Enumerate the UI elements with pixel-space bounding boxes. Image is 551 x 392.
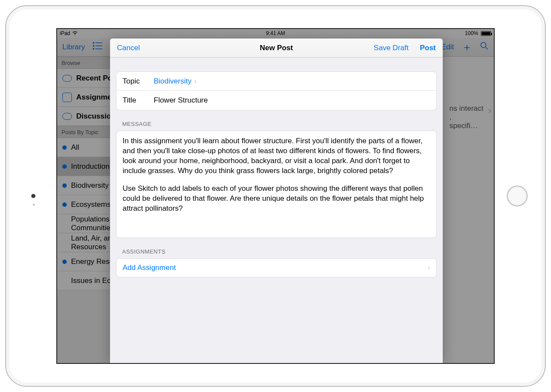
modal-title: New Post xyxy=(260,44,293,52)
ipad-device-frame: iPad 9:41 AM 100% Library Edit ＋ xyxy=(5,5,546,387)
save-draft-button[interactable]: Save Draft xyxy=(374,44,408,52)
title-label: Title xyxy=(123,96,154,105)
modal-body: Topic Biodiversity › Title Flower Struct… xyxy=(110,58,443,363)
chevron-right-icon: › xyxy=(428,263,430,272)
add-assignment-label: Add Assignment xyxy=(123,263,176,272)
screen: iPad 9:41 AM 100% Library Edit ＋ xyxy=(56,28,495,364)
message-paragraph: Use Skitch to add labels to each of your… xyxy=(123,184,430,214)
message-textarea[interactable]: In this assignment you'll learn about fl… xyxy=(116,131,437,238)
cancel-button[interactable]: Cancel xyxy=(117,44,140,52)
message-section-label: MESSAGE xyxy=(116,110,437,131)
modal-header: Cancel New Post Save Draft Post xyxy=(110,39,443,58)
topic-value: Biodiversity xyxy=(154,77,191,86)
new-post-modal: Cancel New Post Save Draft Post Topic Bi… xyxy=(110,39,443,363)
message-paragraph: In this assignment you'll learn about fl… xyxy=(123,136,430,176)
topic-label: Topic xyxy=(123,77,154,86)
title-value: Flower Structure xyxy=(154,96,208,105)
chevron-right-icon: › xyxy=(194,77,197,86)
post-meta-group: Topic Biodiversity › Title Flower Struct… xyxy=(116,71,437,110)
title-row[interactable]: Title Flower Structure xyxy=(117,91,436,110)
home-button[interactable] xyxy=(507,186,528,206)
camera-icon xyxy=(31,194,36,198)
post-button[interactable]: Post xyxy=(420,44,436,52)
topic-row[interactable]: Topic Biodiversity › xyxy=(117,72,436,91)
assignments-section-label: ASSIGNMENTS xyxy=(116,238,437,258)
add-assignment-button[interactable]: Add Assignment › xyxy=(116,258,437,277)
sensor-dot-icon xyxy=(33,204,35,206)
